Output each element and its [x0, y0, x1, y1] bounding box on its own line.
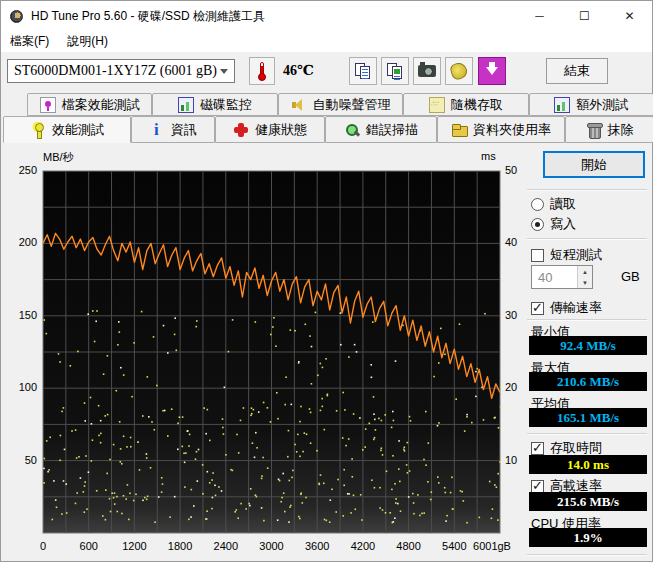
benchmark-chart: MB/秒 ms 25020015010050504030201006001200…: [3, 148, 521, 560]
radio-read[interactable]: 讀取: [531, 195, 576, 213]
close-button[interactable]: ✕: [607, 1, 652, 31]
x-tick: 600: [80, 540, 98, 552]
random-access-icon: [429, 97, 445, 113]
drive-selector-value: ST6000DM001-1XY17Z (6001 gB): [14, 63, 217, 79]
y-left-tick: 50: [7, 454, 37, 466]
min-value: 92.4 MB/s: [529, 336, 647, 355]
radio-write-icon: [531, 218, 544, 231]
x-tick: 3000: [259, 540, 283, 552]
x-tick: 5400: [442, 540, 466, 552]
x-tick: 1800: [168, 540, 192, 552]
y-left-tick: 250: [7, 164, 37, 176]
titlebar: HD Tune Pro 5.60 - 硬碟/SSD 檢測維護工具 ─ ☐ ✕: [1, 1, 652, 31]
x-tick: 2400: [214, 540, 238, 552]
tab-erase[interactable]: 抹除: [565, 116, 653, 143]
separator: [527, 189, 647, 191]
thermometer-icon: [258, 62, 266, 80]
copy-text-button[interactable]: [349, 57, 377, 85]
info-icon: [149, 122, 165, 138]
tab-info[interactable]: 資訊: [131, 116, 215, 143]
tab-strip-secondary: 檔案效能測試 磁碟監控 自動噪聲管理 隨機存取 額外測試: [27, 93, 653, 116]
window-title: HD Tune Pro 5.60 - 硬碟/SSD 檢測維護工具: [31, 8, 517, 25]
app-window: HD Tune Pro 5.60 - 硬碟/SSD 檢測維護工具 ─ ☐ ✕ 檔…: [0, 0, 653, 562]
chevron-down-icon: [220, 69, 228, 74]
checkbox-transfer-rate-icon: [531, 302, 544, 315]
max-value: 210.6 MB/s: [529, 372, 647, 391]
short-test-size-value: 40: [538, 270, 552, 285]
temperature-value: 46℃: [283, 62, 314, 79]
tab-folder-usage[interactable]: 資料夾使用率: [437, 116, 565, 143]
separator: [527, 238, 647, 240]
start-button[interactable]: 開始: [543, 151, 645, 178]
tab-strip-primary: 效能測試 資訊 健康狀態 錯誤掃描 資料夾使用率 抹除: [3, 116, 653, 143]
chart-plot: [3, 148, 521, 560]
x-tick: 4800: [396, 540, 420, 552]
speaker-icon: [291, 97, 307, 113]
tab-aam[interactable]: 自動噪聲管理: [278, 93, 403, 116]
tab-benchmark[interactable]: 效能測試: [3, 116, 131, 143]
health-cross-icon: [233, 122, 249, 138]
y-left-tick: 150: [7, 309, 37, 321]
checkbox-short-test-icon: [531, 249, 544, 262]
tab-extra-tests[interactable]: 額外測試: [529, 93, 653, 116]
y-right-tick: 30: [505, 309, 517, 321]
disk-monitor-icon: [178, 97, 194, 113]
y-left-tick: 200: [7, 236, 37, 248]
menu-file[interactable]: 檔案(F): [1, 30, 58, 53]
checkbox-burst-rate-icon: [531, 480, 544, 493]
x-tick: 0: [40, 540, 46, 552]
copy-text-icon: [355, 63, 371, 79]
y-right-tick: 10: [505, 454, 517, 466]
tab-error-scan[interactable]: 錯誤掃描: [325, 116, 437, 143]
magnifier-icon: [344, 122, 360, 138]
maximize-button[interactable]: ☐: [562, 1, 607, 31]
folder-icon: [451, 122, 467, 138]
app-disk-icon: [9, 8, 25, 24]
extra-tests-icon: [554, 97, 570, 113]
separator: [527, 319, 647, 321]
temperature-button[interactable]: [249, 57, 275, 85]
y-right-tick: 20: [505, 381, 517, 393]
file-benchmark-icon: [40, 97, 56, 113]
access-time-value: 14.0 ms: [529, 455, 647, 474]
tab-random-access[interactable]: 隨機存取: [403, 93, 528, 116]
drive-selector[interactable]: ST6000DM001-1XY17Z (6001 gB): [7, 59, 235, 83]
update-button[interactable]: [478, 57, 506, 85]
register-button[interactable]: [445, 57, 473, 85]
y-right-tick: 40: [505, 236, 517, 248]
trash-icon: [586, 122, 602, 138]
radio-write[interactable]: 寫入: [531, 215, 576, 233]
tab-disk-monitor[interactable]: 磁碟監控: [152, 93, 277, 116]
camera-icon: [418, 65, 436, 77]
copy-image-icon: [387, 63, 403, 79]
y-left-axis-label: MB/秒: [43, 150, 74, 165]
x-tick: 1200: [122, 540, 146, 552]
tab-file-benchmark[interactable]: 檔案效能測試: [27, 93, 152, 116]
burst-rate-value: 215.6 MB/s: [529, 492, 647, 511]
control-panel: 開始 讀取 寫入 短程測試 40 ▲▼ GB 傳輸速率 最小值 92.4 MB/…: [521, 143, 653, 562]
x-tick: 6001gB: [473, 540, 511, 552]
gb-unit-label: GB: [621, 269, 640, 284]
copy-image-button[interactable]: [381, 57, 409, 85]
checkbox-transfer-rate[interactable]: 傳輸速率: [531, 299, 602, 317]
separator: [527, 554, 647, 556]
toolbar: ST6000DM001-1XY17Z (6001 gB) 46℃ 結束: [1, 53, 652, 93]
screenshot-button[interactable]: [413, 57, 441, 85]
minimize-button[interactable]: ─: [517, 1, 562, 31]
download-arrow-icon: [486, 67, 498, 75]
y-left-tick: 100: [7, 381, 37, 393]
stepper-down-icon[interactable]: ▼: [578, 277, 592, 288]
cpu-usage-value: 1.9%: [529, 528, 647, 547]
radio-read-icon: [531, 198, 544, 211]
stepper-up-icon[interactable]: ▲: [578, 266, 592, 277]
separator: [527, 433, 647, 435]
benchmark-icon: [30, 122, 46, 138]
checkbox-short-test[interactable]: 短程測試: [531, 246, 602, 264]
y-right-axis-label: ms: [481, 150, 496, 162]
short-test-size-stepper[interactable]: 40 ▲▼: [531, 265, 593, 289]
menu-help[interactable]: 說明(H): [58, 30, 117, 53]
exit-button[interactable]: 結束: [546, 58, 608, 84]
x-tick: 4200: [351, 540, 375, 552]
tab-health[interactable]: 健康狀態: [215, 116, 325, 143]
register-icon: [449, 61, 469, 81]
